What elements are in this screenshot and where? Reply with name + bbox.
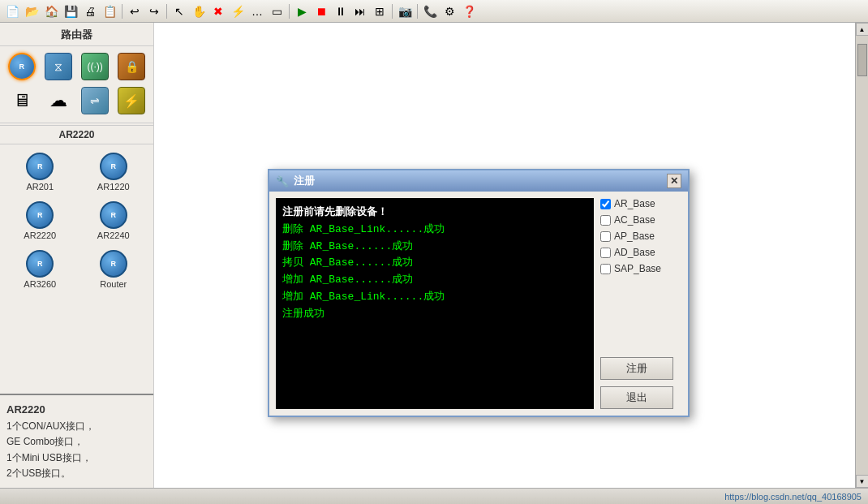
sidebar-item-switch[interactable]: ⧖ (41, 51, 75, 82)
scrollbar-thumb[interactable] (857, 44, 867, 76)
sidebar-item-wifi[interactable]: ((·)) (79, 51, 112, 82)
run-button[interactable]: ▶ (293, 2, 311, 20)
terminal-line-1: 删除 AR_Base_Link......成功 (282, 222, 587, 239)
sidebar-item-security[interactable]: 🔒 (115, 51, 148, 82)
sidebar-item-pc[interactable]: 🖥 (5, 85, 38, 116)
ad-base-label: AD_Base (614, 247, 655, 258)
info-line-4: 2个USB接口。 (6, 466, 147, 481)
info-line-1: 1个CON/AUX接口， (6, 419, 147, 434)
register-button[interactable]: 注册 (600, 357, 673, 380)
save-button[interactable]: 💾 (62, 2, 79, 20)
ar3260-label: AR3260 (24, 279, 56, 289)
router-device-icon: R (100, 250, 127, 278)
ar201-icon: R (26, 153, 54, 180)
ar-section-title: AR2220 (0, 125, 153, 144)
new-file-button[interactable]: 📄 (3, 2, 21, 20)
ar2240-icon: R (100, 201, 127, 229)
scroll-up-button[interactable]: ▲ (856, 23, 869, 36)
terminal-line-2: 删除 AR_Base......成功 (282, 239, 587, 256)
zap-icon: ⚡ (118, 87, 145, 114)
dialog-title-icon: 🔧 (276, 175, 289, 187)
undo-button[interactable]: ↩ (126, 2, 144, 20)
sidebar-item-zap[interactable]: ⚡ (115, 85, 148, 116)
redo-button[interactable]: ↪ (145, 2, 163, 20)
connect-button[interactable]: ⚡ (229, 2, 247, 20)
phone-button[interactable]: 📞 (421, 2, 439, 20)
terminal-line-3: 拷贝 AR_Base......成功 (282, 255, 587, 272)
export-button[interactable]: 📋 (101, 2, 118, 20)
grid-button[interactable]: ⊞ (371, 2, 389, 20)
ar1220-icon: R (100, 153, 127, 180)
cloud-icon: ☁ (45, 87, 72, 114)
checkbox-ac-base[interactable]: AC_Base (600, 214, 681, 226)
capture-button[interactable]: 📷 (396, 2, 414, 20)
dialog-title-text: 注册 (294, 174, 315, 188)
rect-button[interactable]: ▭ (268, 2, 286, 20)
right-scrollbar: ▲ ▼ (855, 23, 868, 488)
sap-base-checkbox[interactable] (600, 264, 611, 274)
device-item-ar2240[interactable]: R AR2240 (79, 198, 149, 243)
ar-base-checkbox[interactable] (600, 199, 611, 209)
delete-button[interactable]: ✖ (209, 2, 227, 20)
checkbox-ar-base[interactable]: AR_Base (600, 198, 681, 209)
sep5 (417, 4, 418, 19)
ac-base-label: AC_Base (614, 214, 655, 226)
sidebar-item-switch2[interactable]: ⇌ (79, 85, 112, 116)
checkbox-sap-base[interactable]: SAP_Base (600, 263, 681, 274)
home-button[interactable]: 🏠 (42, 2, 60, 20)
sep4 (392, 4, 393, 19)
sep1 (122, 4, 122, 19)
terminal-line-5: 增加 AR_Base_Link......成功 (282, 289, 587, 306)
sidebar-item-router[interactable]: R (5, 51, 38, 82)
scrollbar-track (856, 36, 868, 475)
dialog-titlebar: 🔧 注册 ✕ (269, 170, 688, 192)
device-type-grid: R ⧖ ((·)) 🔒 🖥 (0, 46, 153, 121)
canvas-area[interactable]: 🔧 注册 ✕ 注册前请先删除设备！ 删除 AR_Base_Link......成… (154, 23, 855, 488)
main-area: 路由器 R ⧖ ((·)) 🔒 (0, 23, 868, 488)
ad-base-checkbox[interactable] (600, 248, 611, 258)
settings-button[interactable]: ⚙ (440, 2, 458, 20)
dialog-right-panel: AR_Base AC_Base AP_Base AD_Base (600, 198, 681, 409)
sidebar-info-panel: AR2220 1个CON/AUX接口， GE Combo接口， 1个Mini U… (0, 394, 153, 488)
pause-button[interactable]: ⏸ (332, 2, 350, 20)
device-item-ar201[interactable]: R AR201 (5, 149, 75, 195)
open-file-button[interactable]: 📂 (23, 2, 41, 20)
sidebar: 路由器 R ⧖ ((·)) 🔒 (0, 23, 154, 488)
device-grid: R AR201 R AR1220 R AR2220 R AR (0, 144, 153, 297)
help-button[interactable]: ❓ (460, 2, 478, 20)
ap-base-checkbox[interactable] (600, 231, 611, 242)
dialog-body: 注册前请先删除设备！ 删除 AR_Base_Link......成功 删除 AR… (269, 192, 688, 416)
sidebar-item-cloud[interactable]: ☁ (41, 85, 75, 116)
scroll-down-button[interactable]: ▼ (856, 475, 869, 488)
device-item-router[interactable]: R Router (79, 247, 149, 292)
checkbox-ad-base[interactable]: AD_Base (600, 247, 681, 258)
sep3 (289, 4, 290, 19)
device-item-ar3260[interactable]: R AR3260 (5, 247, 75, 292)
statusbar: https://blog.csdn.net/qq_40168905 (0, 488, 868, 504)
print-button[interactable]: 🖨 (81, 2, 99, 20)
dialog-overlay: 🔧 注册 ✕ 注册前请先删除设备！ 删除 AR_Base_Link......成… (154, 23, 855, 488)
device-item-ar1220[interactable]: R AR1220 (79, 149, 149, 195)
select-button[interactable]: ↖ (170, 2, 188, 20)
info-line-2: GE Combo接口， (6, 434, 147, 450)
ar-base-label: AR_Base (614, 198, 655, 209)
checkbox-ap-base[interactable]: AP_Base (600, 230, 681, 242)
more-button[interactable]: … (248, 2, 266, 20)
step-button[interactable]: ⏭ (351, 2, 369, 20)
security-icon: 🔒 (118, 53, 145, 80)
ar201-label: AR201 (26, 182, 54, 192)
dialog-close-button[interactable]: ✕ (667, 174, 681, 188)
status-url: https://blog.csdn.net/qq_40168905 (724, 492, 862, 502)
ar2220-icon: R (26, 201, 54, 229)
ar1220-label: AR1220 (97, 182, 130, 192)
exit-button[interactable]: 退出 (600, 386, 673, 409)
router-section-title: 路由器 (0, 23, 153, 46)
toolbar: 📄 📂 🏠 💾 🖨 📋 ↩ ↪ ↖ ✋ ✖ ⚡ … ▭ ▶ ⏹ ⏸ ⏭ ⊞ 📷 … (0, 0, 868, 23)
info-title: AR2220 (6, 402, 147, 419)
stop-button[interactable]: ⏹ (312, 2, 330, 20)
device-item-ar2220[interactable]: R AR2220 (5, 198, 75, 243)
sep2 (166, 4, 167, 19)
ac-base-checkbox[interactable] (600, 215, 611, 226)
switch-icon: ⧖ (45, 53, 72, 80)
hand-button[interactable]: ✋ (190, 2, 208, 20)
